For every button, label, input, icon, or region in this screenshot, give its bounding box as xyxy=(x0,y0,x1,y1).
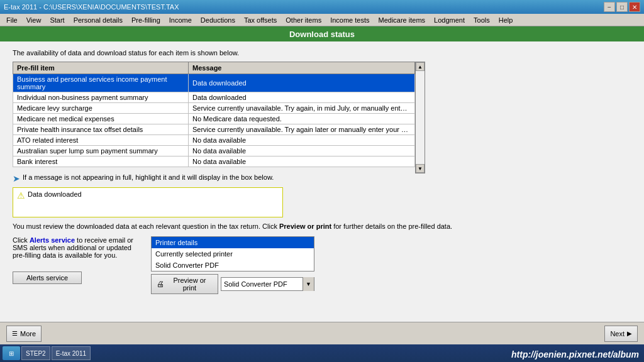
preview-or-print-button[interactable]: 🖨 Preview or print xyxy=(151,274,218,294)
menu-item-file[interactable]: File xyxy=(3,15,21,25)
taskbar: ⊞ STEP2 E-tax 2011 xyxy=(0,344,644,362)
menu-item-start[interactable]: Start xyxy=(46,15,68,25)
menu-item-tax-offsets[interactable]: Tax offsets xyxy=(240,15,280,25)
review-after: for further details on the pre-filled da… xyxy=(331,222,452,230)
alerts-service-button[interactable]: Alerts service xyxy=(13,272,82,284)
next-label: Next xyxy=(610,330,625,337)
prefill-item-cell: Medicare levy surcharge xyxy=(13,103,189,114)
menu-item-tools[interactable]: Tools xyxy=(470,15,494,25)
table-row[interactable]: Business and personal services income pa… xyxy=(13,74,415,92)
header-title: Download status xyxy=(289,30,355,39)
warning-icon: ⚠ xyxy=(17,190,25,200)
next-arrow-icon: ▶ xyxy=(627,330,632,337)
title-bar-text: E-tax 2011 - C:\USERS\XENIA\DOCUMENTS\TE… xyxy=(4,3,179,11)
table-row[interactable]: Bank interestNo data available xyxy=(13,156,415,167)
minimize-button[interactable]: − xyxy=(604,2,615,12)
menu-item-deductions[interactable]: Deductions xyxy=(197,15,239,25)
message-cell: Service currently unavailable. Try again… xyxy=(189,103,415,114)
prefill-item-cell: Individual non-business payment summary xyxy=(13,92,189,103)
highlight-hint: If a message is not appearing in full, h… xyxy=(23,173,274,181)
menu-item-lodgment[interactable]: Lodgment xyxy=(430,15,469,25)
printer-dropdown-value: Solid Converter PDF xyxy=(221,279,303,289)
message-cell: No data available xyxy=(189,156,415,167)
table-row[interactable]: Medicare net medical expensesNo Medicare… xyxy=(13,114,415,124)
message-cell: Service currently unavailable. Try again… xyxy=(189,124,415,135)
printer-list: Printer details Currently selected print… xyxy=(151,236,314,272)
scroll-up-button[interactable]: ▲ xyxy=(416,62,425,71)
menu-item-income[interactable]: Income xyxy=(165,15,196,25)
review-text: You must review the downloaded data at e… xyxy=(13,222,631,230)
scroll-down-button[interactable]: ▼ xyxy=(416,164,425,173)
table-row[interactable]: Australian super lump sum payment summar… xyxy=(13,146,415,156)
alerts-text-before: Click xyxy=(13,236,30,244)
printer-item-selected[interactable]: Currently selected printer xyxy=(152,248,314,260)
more-button[interactable]: ☰ More xyxy=(6,326,42,342)
green-header: Download status xyxy=(0,26,644,41)
menu-item-income-tests[interactable]: Income tests xyxy=(326,15,373,25)
table-row[interactable]: Individual non-business payment summaryD… xyxy=(13,92,415,103)
info-row: ➤ If a message is not appearing in full,… xyxy=(13,173,631,184)
menu-item-other-items[interactable]: Other items xyxy=(282,15,325,25)
bottom-bar: ☰ More Next ▶ xyxy=(0,322,644,344)
message-box: ⚠ Data downloaded xyxy=(13,187,283,217)
message-cell: No data available xyxy=(189,146,415,156)
prefill-item-cell: Bank interest xyxy=(13,156,189,167)
review-link: Preview or print xyxy=(279,222,331,230)
more-label: More xyxy=(20,330,36,337)
dropdown-arrow-icon[interactable]: ▼ xyxy=(303,277,314,291)
menu-item-pre-filling[interactable]: Pre-filling xyxy=(128,15,164,25)
title-bar-buttons: − □ ✕ xyxy=(604,2,640,12)
table-scrollbar: ▲ ▼ xyxy=(415,62,425,173)
message-cell: No Medicare data requested. xyxy=(189,114,415,124)
alerts-section: Click Alerts service to receive email or… xyxy=(13,236,138,294)
message-cell: Data downloaded xyxy=(189,92,415,103)
prefill-item-cell: Business and personal services income pa… xyxy=(13,74,189,92)
title-bar: E-tax 2011 - C:\USERS\XENIA\DOCUMENTS\TE… xyxy=(0,0,644,14)
table-row[interactable]: Medicare levy surchargeService currently… xyxy=(13,103,415,114)
menu-item-personal-details[interactable]: Personal details xyxy=(70,15,126,25)
printer-dropdown[interactable]: Solid Converter PDF ▼ xyxy=(221,277,314,291)
alerts-link[interactable]: Alerts service xyxy=(30,236,75,244)
main-content: The availability of data and download st… xyxy=(0,41,644,322)
message-cell: No data available xyxy=(189,135,415,146)
bottom-section: Click Alerts service to receive email or… xyxy=(13,236,631,294)
printer-item-name[interactable]: Solid Converter PDF xyxy=(152,260,314,271)
close-button[interactable]: ✕ xyxy=(629,2,640,12)
info-icon: ➤ xyxy=(13,173,20,184)
printer-item-details[interactable]: Printer details xyxy=(152,237,314,248)
prefill-item-cell: Private health insurance tax offset deta… xyxy=(13,124,189,135)
menu-item-medicare-items[interactable]: Medicare items xyxy=(375,15,430,25)
review-before: You must review the downloaded data at e… xyxy=(13,222,279,230)
printer-icon: 🖨 xyxy=(157,280,164,288)
prefill-item-cell: Australian super lump sum payment summar… xyxy=(13,146,189,156)
next-button[interactable]: Next ▶ xyxy=(604,326,638,342)
taskbar-item-step2[interactable]: STEP2 xyxy=(21,346,50,360)
more-icon: ☰ xyxy=(12,330,18,337)
printer-section: Printer details Currently selected print… xyxy=(151,236,314,294)
windows-icon: ⊞ xyxy=(9,350,14,357)
table-row[interactable]: ATO related interestNo data available xyxy=(13,135,415,146)
preview-btn-label: Preview or print xyxy=(167,277,213,292)
prefill-item-cell: ATO related interest xyxy=(13,135,189,146)
maximize-button[interactable]: □ xyxy=(616,2,628,12)
taskbar-item-etax[interactable]: E-tax 2011 xyxy=(52,346,91,360)
col-header-item: Pre-fill item xyxy=(13,62,189,74)
menu-item-help[interactable]: Help xyxy=(495,15,517,25)
table-wrapper: Pre-fill item Message Business and perso… xyxy=(13,62,631,173)
start-button[interactable]: ⊞ xyxy=(3,346,20,360)
prefill-table: Pre-fill item Message Business and perso… xyxy=(13,62,415,167)
intro-text: The availability of data and download st… xyxy=(13,49,631,57)
message-cell: Data downloaded xyxy=(189,74,415,92)
prefill-item-cell: Medicare net medical expenses xyxy=(13,114,189,124)
col-header-message: Message xyxy=(189,62,415,74)
menu-item-view[interactable]: View xyxy=(23,15,45,25)
preview-row: 🖨 Preview or print Solid Converter PDF ▼ xyxy=(151,274,314,294)
message-box-text: Data downloaded xyxy=(28,190,82,198)
menu-bar: FileViewStartPersonal detailsPre-filling… xyxy=(0,14,644,26)
table-row[interactable]: Private health insurance tax offset deta… xyxy=(13,124,415,135)
